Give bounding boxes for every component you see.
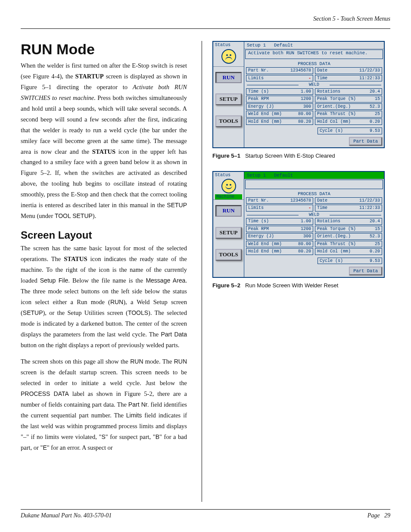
field-energy: Energy (J)300 (246, 103, 313, 110)
text-sans: Part Data (161, 331, 187, 338)
tools-button[interactable]: TOOLS (215, 115, 242, 127)
figure-5-2-screenshot: Status Machine RUN SETUP TOOLS Setup 1 (212, 171, 385, 278)
page-title: RUN Mode (21, 41, 187, 58)
status-block: Status Machine (213, 172, 244, 200)
text-sans: PROCESS DATA (21, 390, 69, 397)
section-header: Section 5 - Touch Screen Menus (21, 16, 390, 24)
field-energy: Energy (J)300 (246, 233, 313, 240)
run-button[interactable]: RUN (215, 205, 242, 217)
screenshot-main: Setup 1 Default Activate both RUN SWITCH… (244, 42, 384, 147)
page: Section 5 - Touch Screen Menus RUN Mode … (0, 0, 411, 532)
field-date: Date11/22/33 (315, 67, 382, 74)
field-limits: Limits- (246, 75, 313, 82)
field-part-nr: Part Nr.12345678 (246, 67, 313, 74)
text-sans: TOOLS (128, 309, 148, 316)
weld-divider: WELD (246, 212, 382, 218)
field-rotations: Rotations20.4 (315, 88, 382, 95)
text-sans: SETUP (167, 202, 187, 208)
text: . Below the file name is the (68, 277, 146, 284)
text: ). (93, 212, 96, 219)
field-peak-rpm: Peak RPM1200 (246, 226, 313, 233)
field-weld-end: Weld End (mm)80.00 (246, 111, 313, 118)
status-label: Status (215, 173, 242, 178)
text: screen is the default startup screen. Th… (21, 369, 187, 386)
status-block: Status (213, 42, 244, 67)
left-column: RUN Mode When the welder is first turned… (21, 41, 193, 502)
header-rule (21, 28, 390, 29)
text-bold: STARTUP (75, 73, 104, 80)
field-part-nr: Part Nr.12345678 (246, 197, 313, 204)
setup-file-name: Setup 1 (247, 173, 266, 178)
text: " for an error. A suspect or (47, 444, 113, 451)
setup-default: Default (274, 173, 293, 178)
field-orient: Orient.(Deg.)52.3 (315, 103, 382, 110)
machine-status-bar: Machine (215, 194, 242, 199)
text-sans: SETUP (23, 309, 43, 316)
tools-button[interactable]: TOOLS (215, 249, 242, 261)
text-sans: Message Area (146, 277, 185, 284)
field-peak-torque: Peak Torque (%)15 (315, 226, 382, 233)
figure-5-2-caption: Figure 5–2 Run Mode Screen With Welder R… (212, 282, 383, 289)
text-sans: Part Nr. (128, 401, 149, 408)
process-data-grid: Part Nr.12345678 Date11/22/33 Limits- Ti… (244, 67, 384, 127)
field-hold-end: Hold End (mm)80.20 (246, 248, 313, 255)
setup-file-row: Setup 1 Default (244, 172, 384, 179)
screenshot-main: Setup 1 Default PROCESS DATA Part Nr.123… (244, 172, 384, 277)
setup-button[interactable]: SETUP (215, 227, 242, 239)
process-data-heading: PROCESS DATA (244, 59, 384, 67)
setup-default: Default (274, 43, 293, 48)
right-column: Status RUN SETUP TOOLS Setup 1 Default (202, 41, 383, 502)
text-sans: B (156, 433, 159, 440)
field-peak-thrust: Peak Thrust (%)25 (315, 111, 382, 118)
field-orient: Orient.(Deg.)52.3 (315, 233, 382, 240)
field-rotations: Rotations20.4 (315, 218, 382, 225)
text: . Press both switches simultaneously and… (21, 94, 187, 155)
text-bold: STATUS (92, 148, 115, 155)
text: Menu (under (21, 212, 55, 219)
text: ), or the Setup Utilities screen ( (43, 309, 128, 316)
text: icon in the upper left has changed to a … (21, 148, 187, 209)
field-peak-torque: Peak Torque (%)15 (315, 96, 382, 103)
part-data-button[interactable]: Part Data (349, 267, 382, 275)
field-time-s: Time (s)1.00 (246, 88, 313, 95)
field-limits: Limits- (246, 205, 313, 212)
message-area (245, 180, 383, 189)
happy-face-icon (221, 179, 236, 193)
field-hold-col: Hold Col (mm)0.20 (315, 118, 382, 125)
screenshot-sidebar: Status Machine RUN SETUP TOOLS (213, 172, 244, 277)
sad-face-icon (221, 49, 236, 64)
text-sans: S (101, 433, 105, 440)
text-sans: TOOL SETUP (55, 212, 93, 219)
field-cycle: Cycle (s)9.53 (318, 128, 382, 134)
process-data-grid: Part Nr.12345678 Date11/22/33 Limits- Ti… (244, 197, 384, 257)
text: button on the right displays a report of… (21, 342, 179, 348)
subheading: Screen Layout (21, 229, 187, 241)
field-time: Time11:22:33 (315, 75, 382, 82)
footer-left: Dukane Manual Part No. 403-570-01 (21, 512, 112, 519)
setup-button[interactable]: SETUP (215, 93, 242, 105)
status-label: Status (215, 43, 242, 48)
field-date: Date11/22/33 (315, 197, 382, 204)
part-data-button[interactable]: Part Data (349, 137, 382, 146)
message-area: Activate both RUN SWITCHES to reset mach… (245, 50, 383, 59)
field-peak-rpm: Peak RPM1200 (246, 96, 313, 103)
field-time: Time11:22:33 (315, 205, 382, 212)
process-data-heading: PROCESS DATA (244, 190, 384, 197)
field-hold-col: Hold Col (mm)0.20 (315, 248, 382, 255)
run-button[interactable]: RUN (215, 72, 242, 84)
text: " for suspect part, " (106, 433, 156, 440)
figure-5-1-caption: Figure 5–1 Startup Screen With E-Stop Cl… (212, 152, 383, 159)
screenshot-sidebar: Status RUN SETUP TOOLS (213, 42, 244, 147)
paragraph-2: The screen has the same basic layout for… (21, 243, 187, 350)
text-sans: RUN (174, 358, 187, 365)
text-sans: Limits (126, 412, 142, 419)
field-hold-end: Hold End (mm)80.20 (246, 118, 313, 125)
paragraph-3: The screen shots on this page all show t… (21, 356, 187, 453)
text-bold: STATUS (64, 255, 87, 262)
page-footer: Dukane Manual Part No. 403-570-01 Page 2… (21, 509, 390, 519)
field-cycle: Cycle (s)9.53 (318, 258, 382, 264)
field-weld-end: Weld End (mm)80.00 (246, 241, 313, 248)
paragraph-1: When the welder is first turned on after… (21, 60, 187, 221)
field-peak-thrust: Peak Thrust (%)25 (315, 241, 382, 248)
figure-5-1-screenshot: Status RUN SETUP TOOLS Setup 1 Default (212, 41, 385, 148)
